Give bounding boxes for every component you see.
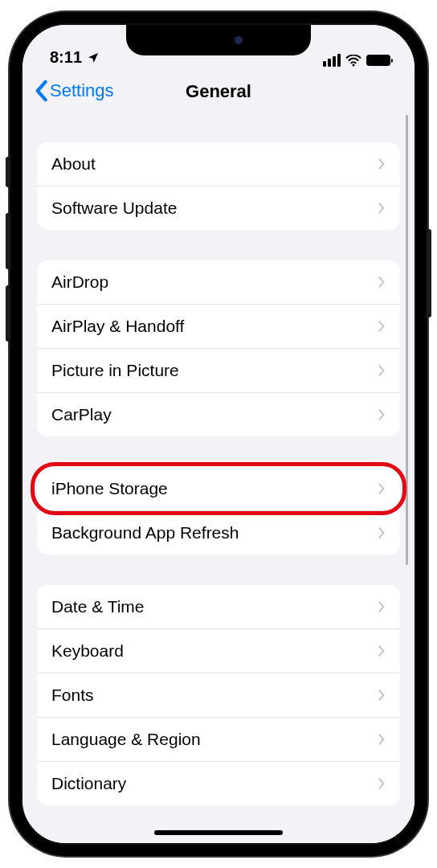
front-camera-icon [235, 36, 243, 44]
row-iphone-storage[interactable]: iPhone Storage [37, 467, 400, 511]
row-date-time[interactable]: Date & Time [37, 585, 400, 629]
page-title: General [186, 81, 251, 102]
phone-frame: 8:11 Settings [10, 12, 427, 856]
back-label: Settings [50, 80, 114, 101]
power-button [427, 229, 431, 317]
settings-group: AboutSoftware Update [37, 142, 400, 230]
row-label: Dictionary [51, 774, 126, 793]
chevron-right-icon [378, 202, 386, 215]
row-label: Picture in Picture [51, 361, 179, 380]
home-indicator[interactable] [154, 830, 283, 835]
settings-group: Date & TimeKeyboardFontsLanguage & Regio… [37, 585, 400, 805]
row-label: Background App Refresh [51, 523, 239, 542]
row-label: Fonts [51, 686, 94, 705]
notch [126, 25, 311, 55]
chevron-right-icon [378, 689, 386, 702]
chevron-right-icon [378, 482, 386, 495]
row-airplay-handoff[interactable]: AirPlay & Handoff [37, 305, 400, 349]
settings-group: AirDropAirPlay & HandoffPicture in Pictu… [37, 260, 400, 436]
chevron-right-icon [378, 364, 386, 377]
mute-switch [6, 157, 10, 187]
row-label: Keyboard [51, 641, 124, 661]
row-background-app-refresh[interactable]: Background App Refresh [37, 511, 400, 555]
chevron-right-icon [378, 526, 386, 539]
chevron-right-icon [378, 645, 386, 657]
row-label: AirPlay & Handoff [51, 317, 184, 336]
nav-bar: Settings General [22, 72, 415, 112]
chevron-left-icon [34, 80, 48, 102]
row-picture-in-picture[interactable]: Picture in Picture [37, 349, 400, 393]
location-arrow-icon [87, 51, 100, 64]
row-keyboard[interactable]: Keyboard [37, 629, 400, 674]
wifi-icon [345, 55, 361, 67]
row-label: Date & Time [51, 597, 145, 616]
row-dictionary[interactable]: Dictionary [37, 762, 400, 805]
status-time: 8:11 [50, 48, 82, 67]
row-carplay[interactable]: CarPlay [37, 393, 400, 436]
row-label: Language & Region [51, 730, 201, 749]
row-label: Software Update [51, 199, 177, 218]
row-about[interactable]: About [37, 142, 400, 186]
chevron-right-icon [378, 600, 386, 613]
chevron-right-icon [378, 320, 386, 333]
status-left: 8:11 [50, 48, 100, 67]
cellular-signal-icon [323, 54, 341, 67]
row-label: AirDrop [51, 272, 108, 292]
battery-icon [366, 55, 390, 66]
row-software-update[interactable]: Software Update [37, 186, 400, 230]
chevron-right-icon [378, 276, 386, 289]
volume-up-button [6, 213, 10, 269]
settings-group: iPhone StorageBackground App Refresh [37, 467, 400, 555]
row-airdrop[interactable]: AirDrop [37, 260, 400, 305]
screen: 8:11 Settings [21, 23, 416, 845]
content-scroll[interactable]: AboutSoftware UpdateAirDropAirPlay & Han… [22, 112, 415, 843]
volume-down-button [6, 285, 10, 342]
row-fonts[interactable]: Fonts [37, 674, 400, 718]
scroll-indicator [406, 115, 408, 565]
status-right [323, 54, 390, 67]
row-label: About [51, 154, 96, 174]
row-label: iPhone Storage [51, 479, 168, 498]
chevron-right-icon [378, 408, 386, 421]
row-language-region[interactable]: Language & Region [37, 718, 400, 762]
chevron-right-icon [378, 158, 386, 170]
chevron-right-icon [378, 733, 386, 746]
svg-point-0 [353, 63, 355, 66]
row-label: CarPlay [51, 405, 112, 424]
back-button[interactable]: Settings [34, 80, 114, 102]
chevron-right-icon [378, 777, 386, 790]
